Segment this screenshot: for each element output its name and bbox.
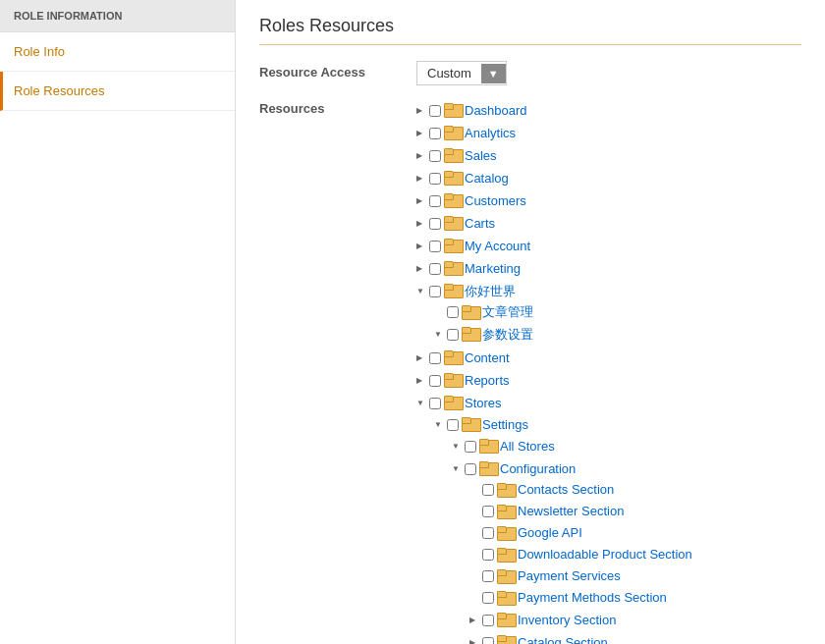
tree-toggle-analytics[interactable] <box>416 123 426 143</box>
tree-row-configuration[interactable]: Configuration <box>452 458 721 479</box>
resource-access-label: Resource Access <box>259 61 416 80</box>
folder-icon-inventory <box>497 613 515 627</box>
tree-row-canshu[interactable]: 参数设置 <box>434 324 721 345</box>
tree-toggle-nihao[interactable] <box>416 281 426 301</box>
tree-row-nihao[interactable]: 你好世界 <box>416 281 721 301</box>
tree-row-carts[interactable]: Carts <box>416 213 721 234</box>
tree-toggle-carts[interactable] <box>416 213 426 234</box>
checkbox-myaccount[interactable] <box>429 241 441 252</box>
tree-toggle-catalog2[interactable] <box>469 632 479 644</box>
tree-row-paymentmethods[interactable]: Payment Methods Section <box>469 588 721 608</box>
checkbox-contacts[interactable] <box>482 484 494 496</box>
checkbox-allstores[interactable] <box>465 441 476 453</box>
checkbox-catalog2[interactable] <box>482 637 494 645</box>
tree-toggle-configuration[interactable] <box>452 458 462 479</box>
tree-toggle-catalog[interactable] <box>416 168 426 188</box>
checkbox-analytics[interactable] <box>429 128 441 139</box>
checkbox-content[interactable] <box>429 352 441 364</box>
tree-toggle-settings[interactable] <box>434 414 444 435</box>
tree-toggle-inventory[interactable] <box>469 610 479 630</box>
tree-label-stores: Stores <box>465 394 502 413</box>
tree-row-reports[interactable]: Reports <box>416 370 721 391</box>
tree-label-content: Content <box>465 349 510 368</box>
tree-row-paymentservices[interactable]: Payment Services <box>469 566 721 586</box>
tree-toggle-myaccount[interactable] <box>416 236 426 256</box>
tree-item-settings: SettingsAll StoresConfigurationContacts … <box>434 413 721 644</box>
checkbox-googleapi[interactable] <box>482 527 494 539</box>
checkbox-inventory[interactable] <box>482 615 494 626</box>
tree-item-content: Content <box>416 347 721 369</box>
checkbox-paymentservices[interactable] <box>482 570 494 582</box>
checkbox-configuration[interactable] <box>465 463 476 475</box>
tree-toggle-reports[interactable] <box>416 370 426 391</box>
sidebar: ROLE INFORMATION Role Info Role Resource… <box>0 0 236 644</box>
tree-item-googleapi: Google API <box>469 522 721 544</box>
tree-toggle-dashboard[interactable] <box>416 100 426 121</box>
folder-icon-contacts <box>497 483 515 498</box>
tree-row-contacts[interactable]: Contacts Section <box>469 480 721 500</box>
checkbox-reports[interactable] <box>429 375 441 387</box>
tree-label-configuration: Configuration <box>500 459 576 479</box>
dropdown-arrow-icon[interactable]: ▼ <box>481 64 506 83</box>
checkbox-settings[interactable] <box>447 419 459 431</box>
sidebar-item-role-info[interactable]: Role Info <box>0 32 235 72</box>
checkbox-marketing[interactable] <box>429 263 441 275</box>
tree-row-catalog[interactable]: Catalog <box>416 168 721 188</box>
tree-row-settings[interactable]: Settings <box>434 414 721 435</box>
tree-label-inventory: Inventory Section <box>518 611 616 630</box>
tree-row-marketing[interactable]: Marketing <box>416 258 721 279</box>
tree-label-canshu: 参数设置 <box>482 325 533 345</box>
tree-item-dashboard: Dashboard <box>416 99 721 122</box>
tree-label-googleapi: Google API <box>518 523 582 543</box>
tree-row-downloadable[interactable]: Downloadable Product Section <box>469 545 721 564</box>
folder-icon-catalog <box>444 171 462 186</box>
checkbox-nihao[interactable] <box>429 286 441 297</box>
tree-label-contacts: Contacts Section <box>518 480 614 500</box>
checkbox-newsletter[interactable] <box>482 506 494 517</box>
tree-row-catalog2[interactable]: Catalog Section <box>469 632 721 644</box>
tree-row-newsletter[interactable]: Newsletter Section <box>469 502 721 521</box>
checkbox-catalog[interactable] <box>429 173 441 185</box>
tree-item-catalog: Catalog <box>416 167 721 189</box>
sidebar-item-role-resources[interactable]: Role Resources <box>0 72 235 111</box>
checkbox-carts[interactable] <box>429 218 441 230</box>
checkbox-downloadable[interactable] <box>482 549 494 561</box>
tree-label-catalog: Catalog <box>465 169 509 188</box>
tree-toggle-stores[interactable] <box>416 393 426 413</box>
folder-icon-carts <box>444 216 462 231</box>
resource-access-row: Resource Access Custom ▼ <box>259 61 801 85</box>
tree-row-stores[interactable]: Stores <box>416 393 721 413</box>
tree-row-wenzhan[interactable]: 文章管理 <box>434 302 721 322</box>
tree-toggle-content[interactable] <box>416 348 426 368</box>
tree-toggle-customers[interactable] <box>416 190 426 211</box>
checkbox-customers[interactable] <box>429 195 441 207</box>
checkbox-dashboard[interactable] <box>429 105 441 117</box>
tree-row-inventory[interactable]: Inventory Section <box>469 610 721 630</box>
checkbox-wenzhan[interactable] <box>447 306 459 318</box>
tree-toggle-marketing[interactable] <box>416 258 426 279</box>
main-content: Roles Resources Resource Access Custom ▼… <box>236 0 825 644</box>
tree-toggle-allstores[interactable] <box>452 436 462 456</box>
resource-access-dropdown[interactable]: Custom ▼ <box>416 61 507 85</box>
tree-row-allstores[interactable]: All Stores <box>452 436 721 456</box>
folder-icon-canshu <box>462 327 479 342</box>
tree-row-myaccount[interactable]: My Account <box>416 236 721 256</box>
tree-toggle-sales[interactable] <box>416 145 426 166</box>
tree-item-marketing: Marketing <box>416 257 721 280</box>
tree-item-reports: Reports <box>416 369 721 392</box>
tree-toggle-canshu[interactable] <box>434 324 444 345</box>
tree-row-analytics[interactable]: Analytics <box>416 123 721 143</box>
tree-row-googleapi[interactable]: Google API <box>469 523 721 543</box>
folder-icon-catalog2 <box>497 635 515 644</box>
checkbox-stores[interactable] <box>429 398 441 409</box>
checkbox-sales[interactable] <box>429 150 441 162</box>
tree-row-dashboard[interactable]: Dashboard <box>416 100 721 121</box>
sidebar-title: ROLE INFORMATION <box>0 0 235 32</box>
folder-icon-stores <box>444 396 462 410</box>
tree-row-sales[interactable]: Sales <box>416 145 721 166</box>
checkbox-canshu[interactable] <box>447 329 459 341</box>
folder-icon-paymentservices <box>497 569 515 584</box>
tree-row-customers[interactable]: Customers <box>416 190 721 211</box>
tree-row-content[interactable]: Content <box>416 348 721 368</box>
checkbox-paymentmethods[interactable] <box>482 592 494 604</box>
